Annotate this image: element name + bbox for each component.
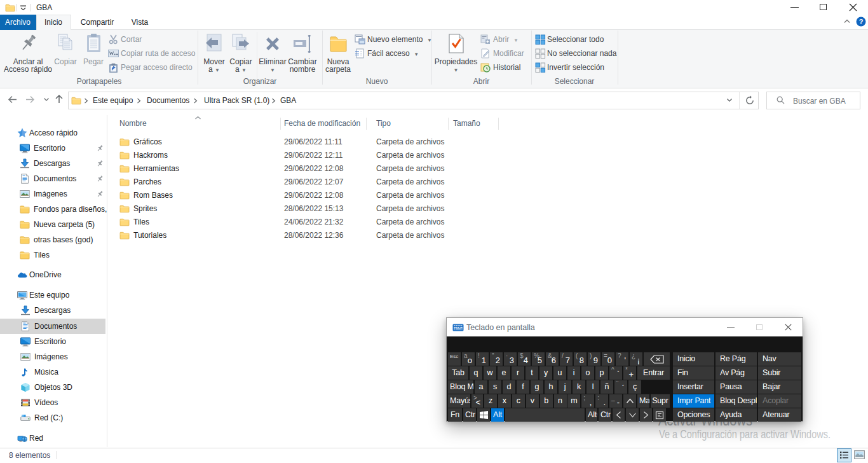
svg-text:?: ?: [859, 18, 864, 25]
